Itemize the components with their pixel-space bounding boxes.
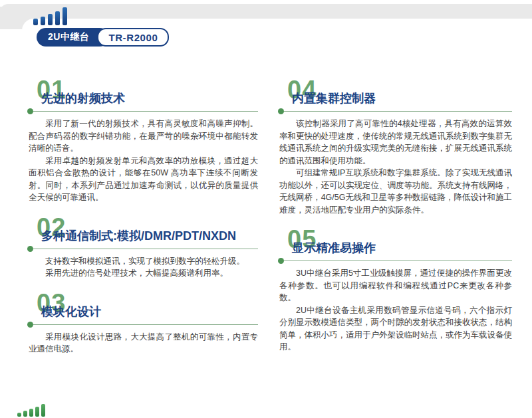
signal-bar [41,404,45,417]
feature-section-02: 02 多种通信制式:模拟/DMR/PDT/NXDN 支持数字和模拟通讯，实现了模… [29,216,258,280]
signal-bar [33,19,38,25]
feature-paragraph: 该控制器采用了高可靠性的4核处理器，具有高效的运算效率和更快的处理速度，使传统的… [279,118,512,167]
title-underline [29,249,258,249]
feature-section-05: 05 显示精准易操作 3U中继台采用5寸工业级触摸屏，通过便捷的操作界面更改各种… [279,228,512,354]
feature-columns: 01 先进的射频技术 采用了新一代的射频技术，具有高灵敏度和高噪声抑制。配合声码… [29,78,512,356]
feature-title: 模块化设计 [41,304,258,320]
feature-title: 多种通信制式:模拟/DMR/PDT/NXDN [41,228,258,244]
signal-bar [17,413,21,417]
title-underline [29,111,258,112]
title-underline [279,111,512,112]
feature-section-01: 01 先进的射频技术 采用了新一代的射频技术，具有高灵敏度和高噪声抑制。配合声码… [29,78,258,204]
right-column: 04 内置集群控制器 该控制器采用了高可靠性的4核处理器，具有高效的运算效率和更… [279,78,512,356]
feature-paragraph: 采用了新一代的射频技术，具有高灵敏度和高噪声抑制。配合声码器的数字纠错功能，在最… [29,118,258,155]
title-underline [29,324,258,325]
header-gray-band [0,4,532,19]
signal-bars-icon [33,7,67,25]
feature-paragraph: 可组建常规IP互联系统和数字集群系统。除了实现无线通讯功能以外，还可以实现定位、… [279,167,512,216]
feature-paragraph: 采用卓越的射频发射单元和高效率的功放模块，通过超大面积铝合金散热的设计，能够在5… [29,155,258,204]
bullet-dot [27,108,33,114]
feature-paragraph: 采用先进的信号处理技术，大幅提高频谱利用率。 [29,267,258,280]
bullet-dot [278,258,284,264]
feature-paragraph: 3U中继台采用5寸工业级触摸屏，通过便捷的操作界面更改各种参数。也可以用编程软件… [279,267,512,304]
bullet-dot [278,108,284,114]
feature-paragraph: 支持数字和模拟通讯，实现了模拟到数字的轻松升级。 [29,255,258,268]
feature-title: 显示精准易操作 [292,240,512,256]
feature-paragraph: 2U中继台设备主机采用数码管显示信道号码，六个指示灯分别显示数模通信类型，两个时… [279,304,512,354]
feature-title: 先进的射频技术 [41,90,258,106]
signal-bar [29,409,33,417]
signal-bar [23,411,27,417]
feature-section-04: 04 内置集群控制器 该控制器采用了高可靠性的4核处理器，具有高效的运算效率和更… [279,78,512,216]
product-badge: 2U中继台 TR-R2000 [37,28,169,47]
signal-bar [55,11,60,25]
title-underline [279,261,512,261]
badge-model: TR-R2000 [97,28,169,47]
feature-title: 内置集群控制器 [292,90,512,106]
signal-bar [63,7,67,25]
signal-bar [48,14,53,25]
signal-bar [41,17,45,25]
signal-bars-footer-icon [17,404,45,417]
signal-bar [35,407,39,417]
feature-section-03: 03 模块化设计 采用模块化设计思路，大大提高了整机的可靠性，内置专业通信电源。 [29,292,258,356]
left-column: 01 先进的射频技术 采用了新一代的射频技术，具有高灵敏度和高噪声抑制。配合声码… [29,78,258,356]
bullet-dot [27,246,33,252]
feature-paragraph: 采用模块化设计思路，大大提高了整机的可靠性，内置专业通信电源。 [29,331,258,356]
bullet-dot [27,322,33,328]
